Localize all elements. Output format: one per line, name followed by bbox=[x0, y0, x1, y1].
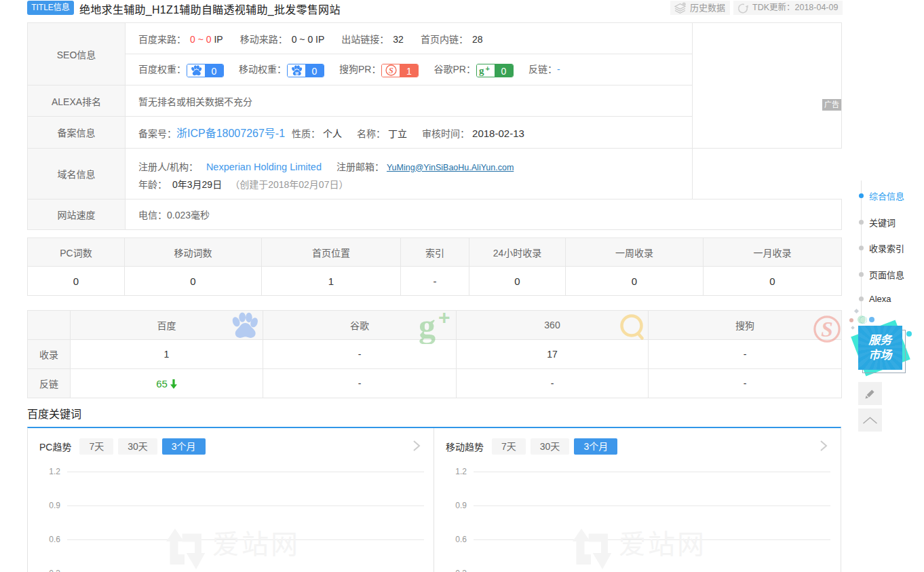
svg-text:+: + bbox=[486, 65, 490, 73]
svg-text:g: g bbox=[479, 65, 484, 76]
svg-text:S: S bbox=[389, 66, 393, 75]
svg-text:+: + bbox=[438, 309, 450, 328]
svg-text:S: S bbox=[821, 318, 833, 341]
svg-text:g: g bbox=[419, 309, 436, 344]
svg-text:M: M bbox=[295, 71, 299, 75]
